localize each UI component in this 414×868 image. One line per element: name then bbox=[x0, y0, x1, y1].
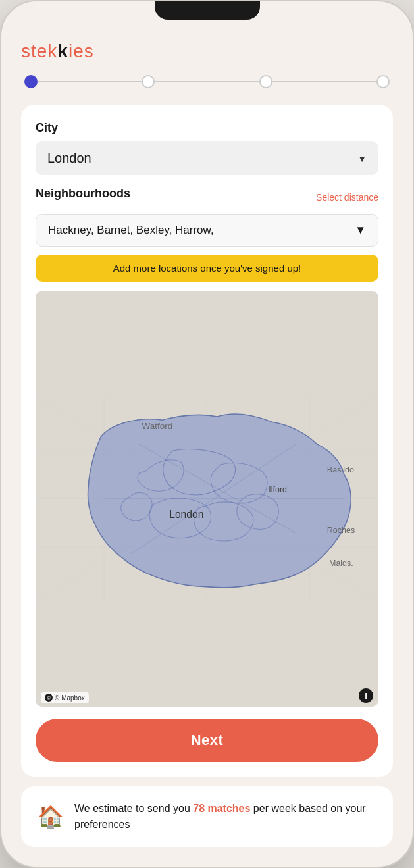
phone-notch bbox=[155, 1, 260, 20]
next-button[interactable]: Next bbox=[36, 719, 378, 762]
city-dropdown[interactable]: London ▼ bbox=[36, 141, 378, 175]
svg-text:Watford: Watford bbox=[142, 421, 173, 431]
estimate-card: 🏠 We estimate to send you 78 matches per… bbox=[21, 786, 393, 847]
svg-text:Basildo: Basildo bbox=[327, 465, 354, 474]
step-line-1 bbox=[38, 81, 142, 82]
svg-text:Maids.: Maids. bbox=[329, 559, 353, 568]
mapbox-circle: © bbox=[45, 694, 53, 702]
estimate-highlight: 78 matches bbox=[193, 803, 250, 814]
map-info-icon[interactable]: i bbox=[359, 688, 373, 703]
step-line-3 bbox=[272, 81, 376, 82]
neighbourhoods-dropdown-arrow: ▼ bbox=[355, 224, 366, 237]
info-banner: Add more locations once you've signed up… bbox=[36, 255, 378, 282]
progress-bar bbox=[21, 75, 393, 88]
neighbourhoods-dropdown[interactable]: Hackney, Barnet, Bexley, Harrow, ▼ bbox=[36, 214, 378, 247]
svg-text:Roches: Roches bbox=[327, 526, 355, 535]
neighbourhoods-label: Neighbourhoods bbox=[36, 187, 130, 201]
step-3-dot bbox=[259, 75, 272, 88]
select-distance-button[interactable]: Select distance bbox=[316, 192, 378, 203]
map-container: Watford Basildo Ilford London Roches Mai… bbox=[36, 291, 378, 707]
step-4-dot bbox=[376, 75, 390, 88]
svg-text:Ilford: Ilford bbox=[269, 485, 287, 494]
city-dropdown-arrow: ▼ bbox=[357, 153, 367, 164]
house-emoji: 🏠 bbox=[38, 804, 64, 829]
city-value: London bbox=[47, 151, 91, 166]
step-2-dot bbox=[142, 75, 155, 88]
estimate-text: We estimate to send you 78 matches per w… bbox=[74, 801, 376, 832]
estimate-text-before: We estimate to send you bbox=[74, 803, 193, 814]
step-line-2 bbox=[155, 81, 259, 82]
neighbourhoods-header: Neighbourhoods Select distance bbox=[36, 187, 378, 207]
phone-frame: stekkies City London ▼ Neighbourhoods bbox=[0, 0, 414, 868]
city-label: City bbox=[36, 121, 378, 135]
phone-inner: stekkies City London ▼ Neighbourhoods bbox=[1, 1, 413, 867]
mapbox-credit: © © Mapbox bbox=[41, 692, 89, 703]
neighbourhoods-value: Hackney, Barnet, Bexley, Harrow, bbox=[48, 224, 214, 237]
logo: stekkies bbox=[21, 41, 393, 62]
step-1-dot bbox=[24, 75, 38, 88]
logo-bold: k bbox=[57, 41, 68, 61]
mapbox-label: © Mapbox bbox=[55, 694, 85, 702]
main-card: City London ▼ Neighbourhoods Select dist… bbox=[21, 105, 393, 777]
map-svg: Watford Basildo Ilford London Roches Mai… bbox=[36, 291, 378, 707]
logo-text: stekkies bbox=[21, 41, 94, 61]
svg-text:London: London bbox=[169, 509, 203, 520]
